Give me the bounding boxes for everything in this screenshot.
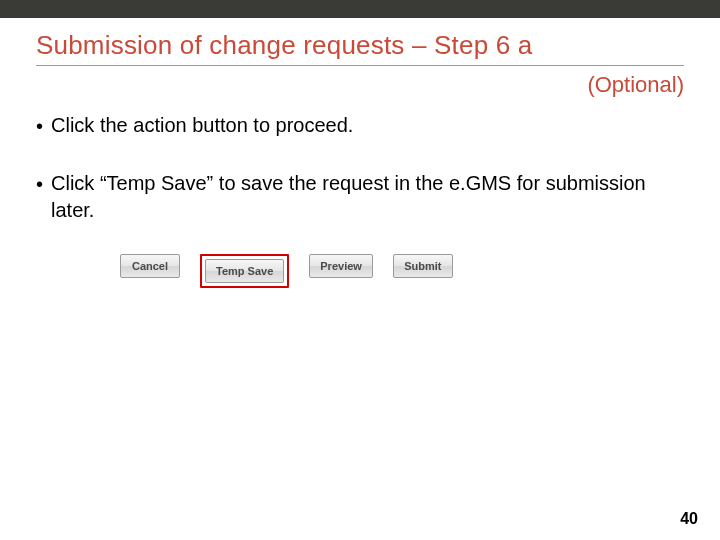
bullet-dot-icon: • xyxy=(36,171,43,198)
page-number: 40 xyxy=(680,510,698,528)
bullet-dot-icon: • xyxy=(36,113,43,140)
bullet-item-1: • Click the action button to proceed. xyxy=(36,112,684,140)
slide-content: Submission of change requests – Step 6 a… xyxy=(0,18,720,288)
action-button-row: Cancel Temp Save Preview Submit xyxy=(120,254,684,288)
optional-label: (Optional) xyxy=(36,72,684,98)
bullet-item-2: • Click “Temp Save” to save the request … xyxy=(36,170,684,224)
bullet-text-1: Click the action button to proceed. xyxy=(51,112,353,139)
slide-title: Submission of change requests – Step 6 a xyxy=(36,30,684,66)
temp-save-button[interactable]: Temp Save xyxy=(205,259,284,283)
preview-button[interactable]: Preview xyxy=(309,254,373,278)
slide-top-bar xyxy=(0,0,720,18)
bullet-text-2: Click “Temp Save” to save the request in… xyxy=(51,170,684,224)
temp-save-highlight: Temp Save xyxy=(200,254,289,288)
cancel-button[interactable]: Cancel xyxy=(120,254,180,278)
submit-button[interactable]: Submit xyxy=(393,254,453,278)
